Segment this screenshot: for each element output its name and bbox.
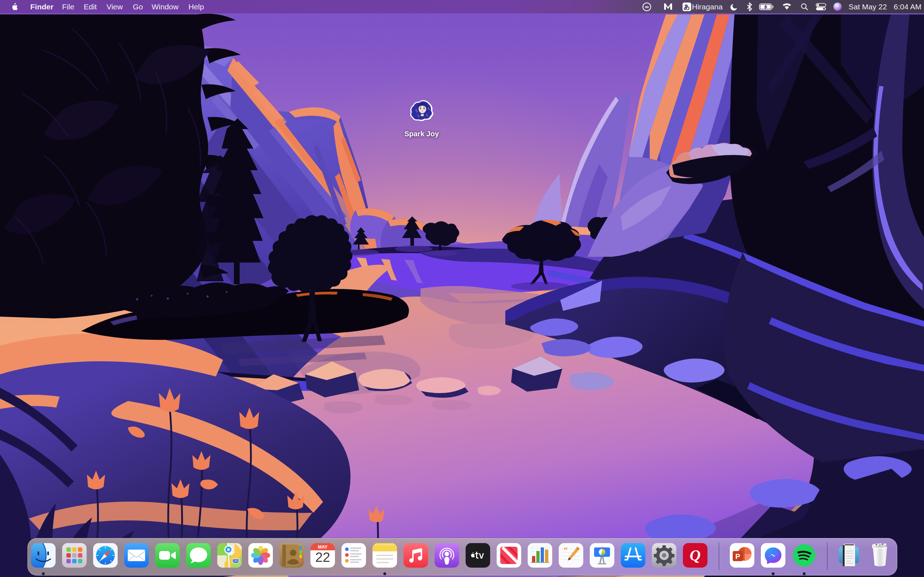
svg-text:Q: Q xyxy=(690,547,701,564)
svg-text:∞: ∞ xyxy=(645,3,649,10)
svg-text:P: P xyxy=(735,553,740,561)
svg-text:MAY: MAY xyxy=(318,545,328,550)
svg-text:“: “ xyxy=(564,545,568,554)
svg-text:22: 22 xyxy=(315,550,330,565)
svg-text:280: 280 xyxy=(233,559,238,562)
